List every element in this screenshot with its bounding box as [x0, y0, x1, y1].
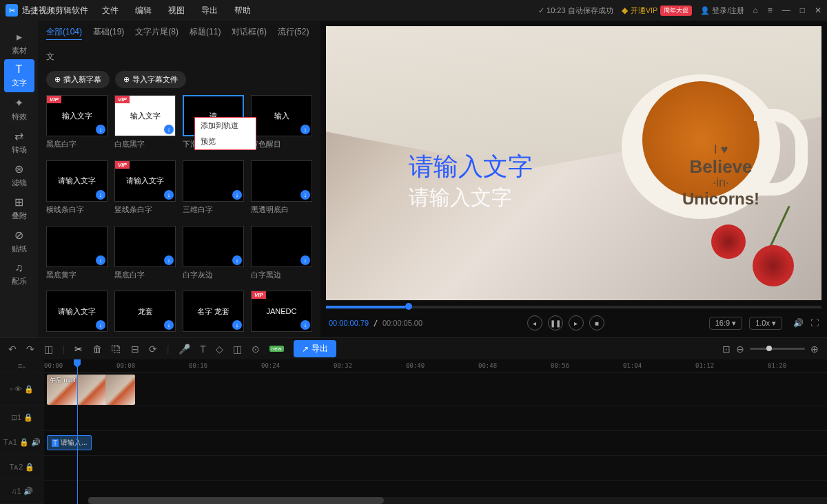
crop-button[interactable]: ◫: [44, 344, 53, 355]
fit-button[interactable]: ⊡: [722, 344, 731, 355]
text-clip[interactable]: T请输入...: [47, 435, 92, 450]
prev-frame-button[interactable]: ◂: [527, 315, 542, 330]
download-icon[interactable]: ↓: [96, 255, 105, 265]
video-clip[interactable]: [47, 375, 135, 405]
text-template-card[interactable]: ↓ 黑底白字: [114, 226, 176, 283]
preview-progress[interactable]: [326, 306, 821, 308]
sidebar-tab-6[interactable]: ⊘贴纸: [4, 224, 34, 258]
vip-link[interactable]: 开通VIP: [631, 6, 658, 16]
text-template-card[interactable]: 请输入文字 ↓: [46, 291, 108, 337]
download-icon[interactable]: ↓: [96, 125, 105, 134]
close-icon[interactable]: ✕: [815, 6, 821, 15]
menu-help[interactable]: 帮助: [234, 5, 251, 17]
export-button[interactable]: ↗ 导出: [294, 340, 336, 357]
sidebar-tab-3[interactable]: ⇄转场: [4, 125, 34, 158]
split-button[interactable]: ⊟: [131, 344, 139, 355]
rotate-button[interactable]: ⟳: [149, 344, 157, 355]
insert-subtitle-button[interactable]: ⊕插入新字幕: [46, 71, 110, 88]
playhead[interactable]: [77, 359, 78, 504]
text-template-card[interactable]: VIP 输入文字 ↓ 白底黑字: [114, 95, 176, 152]
download-icon[interactable]: ↓: [164, 320, 174, 330]
context-preview[interactable]: 预览: [195, 134, 256, 149]
overlay-track[interactable]: [44, 406, 827, 431]
text-template-card[interactable]: 请 ↓ 添加到轨道 预览 下滑白字: [183, 95, 244, 152]
zoom-slider[interactable]: [750, 348, 805, 350]
category-tab-4[interactable]: 对话框(6): [232, 26, 267, 40]
text-template-card[interactable]: VIP JANEDC ↓: [251, 291, 312, 337]
add-track-button[interactable]: ≡₊: [0, 359, 44, 373]
download-icon[interactable]: ↓: [232, 190, 242, 200]
sidebar-tab-0[interactable]: ▸素材: [4, 26, 34, 59]
marker-button[interactable]: ◇: [216, 344, 223, 355]
text-template-card[interactable]: ↓ 白字黑边: [251, 226, 312, 283]
text-track-2-header[interactable]: Tᴀ2 🔒: [0, 455, 44, 480]
zoom-in-button[interactable]: ⊕: [810, 344, 819, 355]
text-template-card[interactable]: VIP 请输入文字 ↓ 竖线条白字: [114, 160, 176, 218]
overlay-text-2[interactable]: 请输入文字: [409, 184, 533, 212]
download-icon[interactable]: ↓: [96, 320, 105, 330]
category-tab-1[interactable]: 基础(19): [93, 26, 124, 40]
next-frame-button[interactable]: ▸: [569, 315, 584, 330]
text-template-card[interactable]: VIP 输入文字 ↓ 黑底白字: [46, 95, 108, 152]
login-link[interactable]: 👤 登录/注册: [700, 6, 744, 16]
timeline-ruler[interactable]: 00:0000:0800:1600:2400:3200:4000:4800:56…: [44, 359, 827, 373]
maximize-icon[interactable]: □: [800, 6, 805, 15]
import-subtitle-button[interactable]: ⊕导入字幕文件: [115, 71, 186, 88]
context-add-to-track[interactable]: 添加到轨道: [195, 118, 256, 134]
audio-track-header[interactable]: ♫1 🔊: [0, 479, 44, 504]
menu-file[interactable]: 文件: [102, 5, 119, 17]
horizontal-scrollbar[interactable]: [88, 497, 827, 504]
speed-select[interactable]: 1.0x ▾: [749, 317, 782, 330]
text-track-1-header[interactable]: Tᴀ1 🔒 🔊: [0, 430, 44, 455]
stop-button[interactable]: ■: [589, 315, 604, 330]
aspect-select[interactable]: 16:9 ▾: [709, 317, 742, 330]
sidebar-tab-5[interactable]: ⊞叠附: [4, 191, 34, 224]
text-template-card[interactable]: ↓ 黑透明底白: [251, 160, 312, 218]
minimize-icon[interactable]: —: [782, 6, 790, 15]
sidebar-tab-7[interactable]: ♫配乐: [4, 258, 34, 291]
menu-edit[interactable]: 编辑: [135, 5, 152, 17]
download-icon[interactable]: ↓: [300, 190, 310, 200]
text-template-card[interactable]: ↓ 黑底黄字: [46, 226, 108, 283]
speed-button[interactable]: ⊙: [252, 344, 260, 355]
text-track-1[interactable]: T请输入...: [44, 431, 827, 456]
category-tab-6[interactable]: 文: [46, 51, 54, 63]
category-tab-3[interactable]: 标题(11): [190, 26, 221, 40]
preview-video[interactable]: I ♥ Believe ·in· Unicorns! 请输入文字 请输入文字: [326, 26, 821, 300]
volume-icon[interactable]: 🔊: [793, 318, 804, 328]
download-icon[interactable]: ↓: [164, 125, 174, 134]
play-pause-button[interactable]: ❚❚: [548, 315, 563, 330]
zoom-out-button[interactable]: ⊖: [736, 344, 744, 355]
download-icon[interactable]: ↓: [232, 320, 242, 330]
overlay-track-header[interactable]: ⊡1 🔒: [0, 406, 44, 430]
redo-button[interactable]: ↷: [26, 344, 34, 355]
delete-button[interactable]: 🗑: [92, 344, 102, 355]
text-template-card[interactable]: 龙套 ↓: [114, 291, 176, 337]
sidebar-tab-4[interactable]: ⊛滤镜: [4, 158, 34, 191]
overlay-text-1[interactable]: 请输入文字: [409, 150, 533, 184]
download-icon[interactable]: ↓: [300, 125, 310, 134]
download-icon[interactable]: ↓: [164, 255, 174, 265]
text-template-card[interactable]: 名字 龙套 ↓: [183, 291, 244, 337]
cut-button[interactable]: ✂: [74, 344, 83, 355]
text-template-card[interactable]: 输入 ↓ 黄色醒目: [251, 95, 312, 152]
text-template-card[interactable]: 请输入文字 ↓ 横线条白字: [46, 160, 108, 218]
menu-icon[interactable]: ≡: [768, 6, 773, 15]
category-tab-0[interactable]: 全部(104): [46, 26, 82, 40]
undo-button[interactable]: ↶: [8, 344, 17, 355]
fullscreen-icon[interactable]: ⛶: [810, 318, 819, 328]
download-icon[interactable]: ↓: [300, 320, 310, 330]
download-icon[interactable]: ↓: [232, 255, 242, 265]
download-icon[interactable]: ↓: [164, 190, 174, 200]
menu-view[interactable]: 视图: [168, 5, 185, 17]
sidebar-tab-1[interactable]: T文字: [4, 59, 34, 92]
category-tab-2[interactable]: 文字片尾(8): [135, 26, 178, 40]
tag-button[interactable]: ◫: [233, 344, 242, 355]
home-icon[interactable]: ⌂: [753, 6, 757, 15]
download-icon[interactable]: ↓: [300, 255, 310, 265]
text-template-card[interactable]: ↓ 三维白字: [183, 160, 244, 218]
menu-export[interactable]: 导出: [201, 5, 218, 17]
text-tool-button[interactable]: T: [200, 344, 206, 355]
copy-button[interactable]: ⿻: [112, 344, 121, 355]
sidebar-tab-2[interactable]: ✦特效: [4, 92, 34, 125]
